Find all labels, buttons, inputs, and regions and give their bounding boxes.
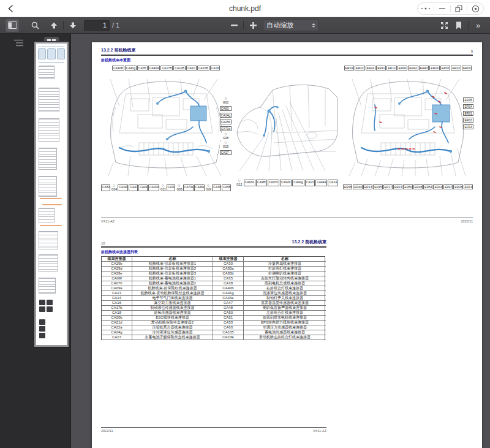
page-number-input[interactable] bbox=[84, 20, 110, 31]
car-body-drawing bbox=[233, 74, 341, 177]
connector-label: ER14 bbox=[464, 184, 473, 189]
bookmark-button[interactable] bbox=[452, 19, 466, 32]
pdf-sidebar bbox=[0, 34, 71, 448]
connector-label: G12 bbox=[236, 180, 243, 186]
connector-table-row: CA29d 机舱线束-仪表板线束连接器2 CA30a 右前照灯线束连接器 bbox=[102, 267, 325, 271]
section2-page-number: 10 bbox=[101, 241, 105, 245]
select-caret-icon bbox=[312, 23, 315, 28]
zoom-in-button[interactable] bbox=[246, 19, 260, 32]
thumbnail-table bbox=[39, 254, 58, 271]
connector-id: CA27 bbox=[102, 335, 132, 340]
outline-view-button[interactable] bbox=[11, 37, 26, 49]
connector-label: ER41 bbox=[433, 184, 442, 189]
connector-table-row: CA27 主蓄电池正极保险丝盒线束连接器 CA20E 发动机舱左前组合灯线束连接… bbox=[102, 335, 325, 340]
connector-label: ER12 bbox=[386, 66, 397, 70]
bookmark-icon bbox=[456, 21, 462, 29]
column-header: 线束连接器 bbox=[102, 257, 132, 262]
connector-label: ER11 bbox=[376, 66, 386, 70]
restore-window-icon[interactable] bbox=[451, 3, 467, 14]
connector-name: 雨刮电机总成线束连接器 bbox=[244, 281, 326, 286]
section2-header: 10 13.2.2 前机舱线束 bbox=[101, 239, 326, 245]
thumbnail-decoration bbox=[39, 62, 64, 63]
connector-id: CA105 bbox=[213, 330, 244, 335]
divider bbox=[63, 21, 64, 29]
connector-labels-side: G03CA83CA24gCA25bCA71dG08G15CA27 bbox=[220, 97, 232, 155]
connector-label: ER90 bbox=[398, 66, 408, 70]
sidebar-toggle-button[interactable] bbox=[6, 19, 19, 32]
connector-name: 机舱线束-蓄电池线束连接器1 bbox=[132, 276, 213, 281]
thumbnail-stamp bbox=[39, 300, 53, 312]
connector-label: CA20A bbox=[148, 184, 159, 191]
connector-label: ER04 bbox=[463, 104, 473, 109]
page-thumbnail[interactable] bbox=[34, 42, 69, 347]
wiring-diagrams: CA40BCA41gCA35CA40ACA17BCA12BCA10CA20BCA… bbox=[101, 66, 473, 211]
connector-id: CA47 bbox=[213, 301, 244, 306]
connector-label: ER05 bbox=[463, 97, 473, 102]
thumbnail-diagrams bbox=[38, 48, 65, 59]
connector-label: CA46a bbox=[194, 184, 205, 191]
connector-labels-bottom: G12CA93dCA98fCA97hCA92bCA92gCA13CA44aCA1… bbox=[233, 180, 341, 186]
connector-label: CA25b bbox=[220, 120, 232, 124]
previous-page-button[interactable] bbox=[47, 19, 61, 32]
more-tools-button[interactable]: » bbox=[471, 19, 484, 32]
connector-id: CA63 bbox=[213, 325, 244, 330]
next-page-button[interactable] bbox=[66, 19, 80, 32]
plus-icon bbox=[250, 22, 257, 29]
connector-id: CA18 bbox=[102, 311, 132, 316]
connector-label: G08 bbox=[220, 133, 232, 140]
presentation-mode-button[interactable] bbox=[437, 19, 451, 32]
column-header: 名称 bbox=[132, 257, 213, 262]
connector-name: 右前组合灯线束连接器 bbox=[244, 286, 326, 291]
connector-id: CA09f bbox=[102, 276, 132, 281]
connector-label: CA97h bbox=[268, 180, 279, 186]
connector-label: ER45 bbox=[343, 184, 352, 189]
zoom-out-button[interactable] bbox=[227, 19, 241, 32]
connector-name: 洗涤液位传感器线束连接器 bbox=[244, 291, 326, 296]
connector-label: CA13 bbox=[305, 180, 315, 186]
connector-label: CA30 bbox=[167, 184, 176, 191]
connector-label: CA98f bbox=[256, 180, 267, 186]
doc-code: VX11-AZ bbox=[101, 219, 115, 223]
record-circle-icon[interactable] bbox=[467, 3, 483, 14]
section2-footer: 2022/11 VX11-AZ bbox=[101, 428, 326, 433]
connector-name: 蓄电池传感器线束连接器 bbox=[244, 330, 326, 335]
connector-id: CA09a bbox=[102, 286, 132, 291]
connector-label: ER03 bbox=[463, 118, 473, 123]
zoom-level-select[interactable]: 自动缩放 bbox=[263, 20, 319, 31]
connector-label: CA14 bbox=[328, 180, 338, 186]
connector-table-body: CA29b 机舱线束-仪表板线束连接器1 CA30 冷凝风扇线束连接器 CA29… bbox=[102, 262, 325, 340]
connector-label: ER01 bbox=[463, 111, 473, 116]
section2: 10 13.2.2 前机舱线束 前机舱线束连接器列表 线束连接器名称线束连接器名… bbox=[101, 239, 326, 433]
connector-name: 冷凝风扇线束连接器 bbox=[244, 262, 326, 267]
page-total-label: / 1 bbox=[112, 21, 119, 29]
pdf-viewer-area[interactable]: 13.2.2 前机舱线束 9 前机舱线束布置图 CA40BCA41gCA35CA… bbox=[72, 34, 490, 448]
connector-label: ER23 bbox=[451, 66, 461, 70]
connector-label: G15 bbox=[220, 142, 232, 148]
connector-id: CA29b bbox=[102, 262, 132, 267]
fullscreen-icon bbox=[440, 21, 448, 29]
connector-label: ER50 bbox=[403, 184, 412, 189]
thumbnail-table bbox=[39, 66, 55, 79]
pdf-toolbar: / 1 自动缩放 » bbox=[0, 17, 490, 34]
search-button[interactable] bbox=[28, 19, 42, 32]
connector-name: 机舱线束-发动机舱保险丝盒线束连接器 bbox=[132, 291, 213, 296]
back-button[interactable] bbox=[0, 0, 21, 17]
connector-label: G11 bbox=[160, 184, 166, 191]
connector-table-row: CA09f 机舱线束-蓄电池线束连接器1 CA35 左前大灯随动转向线束连接器 bbox=[102, 276, 325, 281]
connector-id: CA50 bbox=[213, 311, 244, 316]
connector-name: 真空助力泵线束连接器 bbox=[132, 301, 213, 306]
connector-label: ER21 bbox=[393, 184, 402, 189]
connector-name: 制动液位传感器线束连接器 bbox=[132, 306, 213, 311]
connector-label: CA17B bbox=[160, 66, 173, 70]
more-options-icon[interactable] bbox=[418, 3, 434, 14]
connector-table-row: CA09a 机舱线束-前保险杠线束连接器 CA40b 右前组合灯线束连接器 bbox=[102, 286, 325, 291]
connector-label: G05 bbox=[176, 184, 182, 191]
connector-table-row: CA07h 机舱线束-蓄电池线束连接器2 CA38 雨刮电机总成线束连接器 bbox=[102, 281, 325, 286]
connector-label: CA83 bbox=[220, 106, 232, 111]
thumbnail-table bbox=[39, 118, 59, 142]
thumbnail-table bbox=[39, 176, 57, 197]
connector-label: ER48 bbox=[413, 184, 423, 189]
connector-name: ESC模块线束连接器 bbox=[132, 316, 213, 321]
minimize-icon[interactable] bbox=[434, 3, 450, 14]
connector-name: 机舱线束-蓄电池线束连接器2 bbox=[132, 281, 213, 286]
